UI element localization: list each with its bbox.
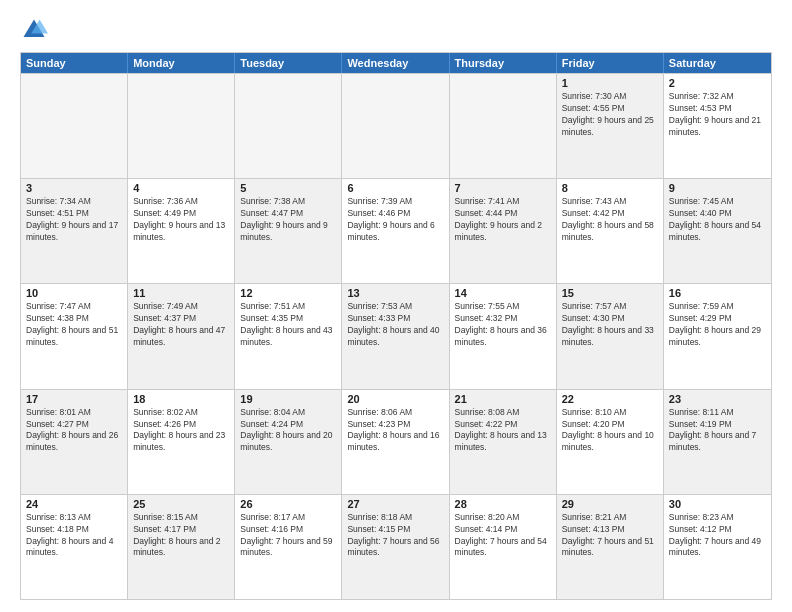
day-number: 26 — [240, 498, 336, 510]
day-info: Sunrise: 8:17 AMSunset: 4:16 PMDaylight:… — [240, 512, 336, 560]
calendar-cell: 11Sunrise: 7:49 AMSunset: 4:37 PMDayligh… — [128, 284, 235, 388]
calendar-cell — [21, 74, 128, 178]
day-info: Sunrise: 7:49 AMSunset: 4:37 PMDaylight:… — [133, 301, 229, 349]
day-info: Sunrise: 8:08 AMSunset: 4:22 PMDaylight:… — [455, 407, 551, 455]
day-number: 3 — [26, 182, 122, 194]
day-number: 13 — [347, 287, 443, 299]
calendar-row-3: 17Sunrise: 8:01 AMSunset: 4:27 PMDayligh… — [21, 389, 771, 494]
day-number: 17 — [26, 393, 122, 405]
day-info: Sunrise: 8:18 AMSunset: 4:15 PMDaylight:… — [347, 512, 443, 560]
calendar-cell: 19Sunrise: 8:04 AMSunset: 4:24 PMDayligh… — [235, 390, 342, 494]
day-info: Sunrise: 7:45 AMSunset: 4:40 PMDaylight:… — [669, 196, 766, 244]
day-number: 1 — [562, 77, 658, 89]
day-info: Sunrise: 8:06 AMSunset: 4:23 PMDaylight:… — [347, 407, 443, 455]
day-number: 11 — [133, 287, 229, 299]
day-number: 21 — [455, 393, 551, 405]
day-number: 12 — [240, 287, 336, 299]
calendar-cell: 13Sunrise: 7:53 AMSunset: 4:33 PMDayligh… — [342, 284, 449, 388]
calendar-cell: 22Sunrise: 8:10 AMSunset: 4:20 PMDayligh… — [557, 390, 664, 494]
day-number: 16 — [669, 287, 766, 299]
day-info: Sunrise: 7:32 AMSunset: 4:53 PMDaylight:… — [669, 91, 766, 139]
day-info: Sunrise: 8:10 AMSunset: 4:20 PMDaylight:… — [562, 407, 658, 455]
calendar-cell: 23Sunrise: 8:11 AMSunset: 4:19 PMDayligh… — [664, 390, 771, 494]
page: SundayMondayTuesdayWednesdayThursdayFrid… — [0, 0, 792, 612]
calendar-cell: 20Sunrise: 8:06 AMSunset: 4:23 PMDayligh… — [342, 390, 449, 494]
day-info: Sunrise: 8:11 AMSunset: 4:19 PMDaylight:… — [669, 407, 766, 455]
header-day-friday: Friday — [557, 53, 664, 73]
calendar-cell: 16Sunrise: 7:59 AMSunset: 4:29 PMDayligh… — [664, 284, 771, 388]
day-info: Sunrise: 7:47 AMSunset: 4:38 PMDaylight:… — [26, 301, 122, 349]
calendar-cell: 21Sunrise: 8:08 AMSunset: 4:22 PMDayligh… — [450, 390, 557, 494]
day-number: 24 — [26, 498, 122, 510]
calendar-cell — [342, 74, 449, 178]
day-info: Sunrise: 7:53 AMSunset: 4:33 PMDaylight:… — [347, 301, 443, 349]
header-day-sunday: Sunday — [21, 53, 128, 73]
day-info: Sunrise: 7:43 AMSunset: 4:42 PMDaylight:… — [562, 196, 658, 244]
day-number: 25 — [133, 498, 229, 510]
calendar-cell: 5Sunrise: 7:38 AMSunset: 4:47 PMDaylight… — [235, 179, 342, 283]
day-number: 30 — [669, 498, 766, 510]
day-number: 18 — [133, 393, 229, 405]
calendar-cell: 14Sunrise: 7:55 AMSunset: 4:32 PMDayligh… — [450, 284, 557, 388]
header-day-wednesday: Wednesday — [342, 53, 449, 73]
calendar-cell: 9Sunrise: 7:45 AMSunset: 4:40 PMDaylight… — [664, 179, 771, 283]
day-info: Sunrise: 8:23 AMSunset: 4:12 PMDaylight:… — [669, 512, 766, 560]
header-day-monday: Monday — [128, 53, 235, 73]
calendar-cell — [128, 74, 235, 178]
day-info: Sunrise: 7:59 AMSunset: 4:29 PMDaylight:… — [669, 301, 766, 349]
day-number: 8 — [562, 182, 658, 194]
day-info: Sunrise: 7:55 AMSunset: 4:32 PMDaylight:… — [455, 301, 551, 349]
day-info: Sunrise: 8:20 AMSunset: 4:14 PMDaylight:… — [455, 512, 551, 560]
logo-icon — [20, 16, 48, 44]
calendar-row-1: 3Sunrise: 7:34 AMSunset: 4:51 PMDaylight… — [21, 178, 771, 283]
day-info: Sunrise: 8:02 AMSunset: 4:26 PMDaylight:… — [133, 407, 229, 455]
day-number: 10 — [26, 287, 122, 299]
header-day-saturday: Saturday — [664, 53, 771, 73]
calendar-cell: 24Sunrise: 8:13 AMSunset: 4:18 PMDayligh… — [21, 495, 128, 599]
day-info: Sunrise: 8:15 AMSunset: 4:17 PMDaylight:… — [133, 512, 229, 560]
calendar-cell: 28Sunrise: 8:20 AMSunset: 4:14 PMDayligh… — [450, 495, 557, 599]
day-number: 15 — [562, 287, 658, 299]
header-day-thursday: Thursday — [450, 53, 557, 73]
calendar-cell: 7Sunrise: 7:41 AMSunset: 4:44 PMDaylight… — [450, 179, 557, 283]
day-info: Sunrise: 7:39 AMSunset: 4:46 PMDaylight:… — [347, 196, 443, 244]
calendar-cell: 27Sunrise: 8:18 AMSunset: 4:15 PMDayligh… — [342, 495, 449, 599]
day-number: 2 — [669, 77, 766, 89]
header-day-tuesday: Tuesday — [235, 53, 342, 73]
day-number: 19 — [240, 393, 336, 405]
day-info: Sunrise: 8:01 AMSunset: 4:27 PMDaylight:… — [26, 407, 122, 455]
day-number: 4 — [133, 182, 229, 194]
calendar-cell: 18Sunrise: 8:02 AMSunset: 4:26 PMDayligh… — [128, 390, 235, 494]
day-info: Sunrise: 7:57 AMSunset: 4:30 PMDaylight:… — [562, 301, 658, 349]
day-info: Sunrise: 7:36 AMSunset: 4:49 PMDaylight:… — [133, 196, 229, 244]
calendar-header: SundayMondayTuesdayWednesdayThursdayFrid… — [21, 53, 771, 73]
day-info: Sunrise: 8:21 AMSunset: 4:13 PMDaylight:… — [562, 512, 658, 560]
calendar-cell: 4Sunrise: 7:36 AMSunset: 4:49 PMDaylight… — [128, 179, 235, 283]
calendar-row-0: 1Sunrise: 7:30 AMSunset: 4:55 PMDaylight… — [21, 73, 771, 178]
day-number: 29 — [562, 498, 658, 510]
day-info: Sunrise: 8:13 AMSunset: 4:18 PMDaylight:… — [26, 512, 122, 560]
calendar-row-2: 10Sunrise: 7:47 AMSunset: 4:38 PMDayligh… — [21, 283, 771, 388]
calendar-cell: 1Sunrise: 7:30 AMSunset: 4:55 PMDaylight… — [557, 74, 664, 178]
day-info: Sunrise: 7:34 AMSunset: 4:51 PMDaylight:… — [26, 196, 122, 244]
calendar-cell: 12Sunrise: 7:51 AMSunset: 4:35 PMDayligh… — [235, 284, 342, 388]
calendar-cell: 17Sunrise: 8:01 AMSunset: 4:27 PMDayligh… — [21, 390, 128, 494]
calendar-cell: 3Sunrise: 7:34 AMSunset: 4:51 PMDaylight… — [21, 179, 128, 283]
day-info: Sunrise: 7:51 AMSunset: 4:35 PMDaylight:… — [240, 301, 336, 349]
calendar-cell: 10Sunrise: 7:47 AMSunset: 4:38 PMDayligh… — [21, 284, 128, 388]
day-number: 5 — [240, 182, 336, 194]
calendar: SundayMondayTuesdayWednesdayThursdayFrid… — [20, 52, 772, 600]
day-info: Sunrise: 8:04 AMSunset: 4:24 PMDaylight:… — [240, 407, 336, 455]
calendar-cell — [235, 74, 342, 178]
calendar-cell: 15Sunrise: 7:57 AMSunset: 4:30 PMDayligh… — [557, 284, 664, 388]
calendar-cell: 6Sunrise: 7:39 AMSunset: 4:46 PMDaylight… — [342, 179, 449, 283]
top-section — [20, 16, 772, 44]
calendar-cell: 2Sunrise: 7:32 AMSunset: 4:53 PMDaylight… — [664, 74, 771, 178]
day-number: 20 — [347, 393, 443, 405]
calendar-cell: 29Sunrise: 8:21 AMSunset: 4:13 PMDayligh… — [557, 495, 664, 599]
day-number: 14 — [455, 287, 551, 299]
calendar-cell: 30Sunrise: 8:23 AMSunset: 4:12 PMDayligh… — [664, 495, 771, 599]
day-number: 7 — [455, 182, 551, 194]
calendar-cell: 26Sunrise: 8:17 AMSunset: 4:16 PMDayligh… — [235, 495, 342, 599]
calendar-body: 1Sunrise: 7:30 AMSunset: 4:55 PMDaylight… — [21, 73, 771, 599]
